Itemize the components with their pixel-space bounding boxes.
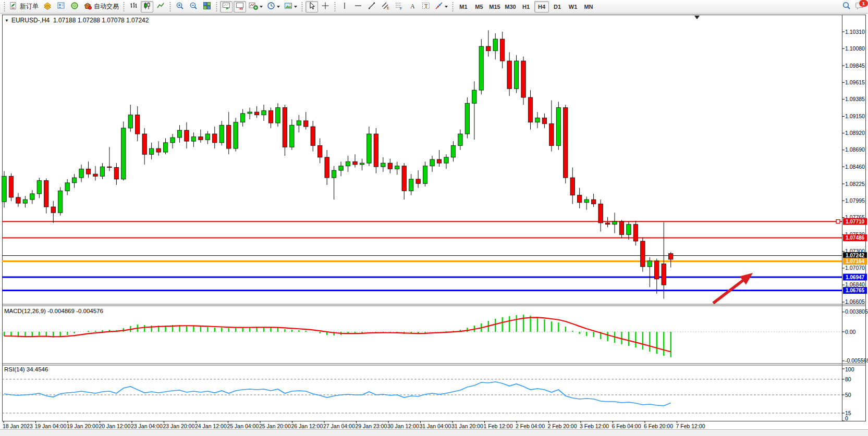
horizontal-line-icon <box>354 2 362 12</box>
zoom-out-button[interactable] <box>187 1 200 13</box>
periods-caret-icon <box>277 6 280 8</box>
crosshair-icon <box>321 2 329 12</box>
time-tick-label: 6 Feb 20:00 <box>644 423 673 429</box>
price-tick-label: 1.07070 <box>845 265 865 271</box>
timeframe-M5[interactable]: M5 <box>472 1 486 13</box>
timeframe-D1[interactable]: D1 <box>550 1 565 13</box>
main-toolbar: 新订单 自动交易 <box>0 0 868 14</box>
toolbar-grip[interactable] <box>451 2 455 11</box>
auto-trading-label: 自动交易 <box>94 2 119 11</box>
rsi-indicator-label: RSI(14) 34.4546 <box>4 366 48 372</box>
navigator-button[interactable] <box>68 1 81 13</box>
price-tick-label: 1.08920 <box>845 130 865 136</box>
price-tag-label: 1.07486 <box>846 235 865 241</box>
zoom-in-button[interactable] <box>174 1 186 13</box>
timeframe-W1[interactable]: W1 <box>566 1 580 13</box>
trendline-button[interactable] <box>365 1 378 13</box>
crosshair-button[interactable] <box>319 1 332 13</box>
time-tick-label: 27 Jan 04:00 <box>323 423 355 429</box>
horizontal-line-button[interactable] <box>352 1 364 13</box>
auto-trading-button[interactable]: 自动交易 <box>82 1 120 13</box>
arrows-tool-button[interactable] <box>433 1 449 13</box>
macd-name: MACD(12,26,9) <box>4 308 46 314</box>
rsi-tick-label: 0 <box>845 415 848 421</box>
data-window-button[interactable] <box>55 1 67 13</box>
price-tick-label: 1.07995 <box>845 197 865 204</box>
price-tag-label: 1.07242 <box>846 253 865 258</box>
arrows-tool-icon <box>435 2 443 12</box>
candlestick-chart-icon <box>143 2 151 12</box>
price-tick-label: 1.08690 <box>845 146 865 153</box>
time-tick-label: 19 Jan 20:00 <box>67 423 99 429</box>
toolbar-grip[interactable] <box>122 2 126 11</box>
tile-windows-button[interactable] <box>201 1 213 13</box>
chart-canvas[interactable]: 1.103101.100801.098451.096151.093851.091… <box>0 0 868 436</box>
timeframe-H1[interactable]: H1 <box>519 1 533 13</box>
time-tick-label: 2 Feb 20:00 <box>548 423 577 429</box>
candlestick-chart-button[interactable] <box>141 1 153 13</box>
search-button[interactable] <box>840 1 852 13</box>
search-icon <box>842 1 851 12</box>
new-chart-button[interactable] <box>247 1 264 13</box>
toolbar-grip[interactable] <box>168 2 172 11</box>
notification-badge[interactable]: 1 <box>859 0 868 7</box>
chart-shift-button[interactable] <box>234 1 246 13</box>
market-watch-button[interactable] <box>41 1 54 13</box>
templates-button[interactable] <box>283 1 299 13</box>
bar-chart-button[interactable] <box>127 1 140 13</box>
cursor-icon <box>308 2 316 12</box>
price-tick-label: 1.09385 <box>845 96 865 102</box>
chart-symbol-text: EURUSD-,H4 <box>11 17 50 24</box>
time-tick-label: 20 Jan 12:00 <box>99 423 131 429</box>
vertical-line-button[interactable] <box>338 1 351 13</box>
tile-windows-icon <box>203 2 211 12</box>
time-tick-label: 25 Jan 20:00 <box>259 423 291 429</box>
time-tick-label: 1 Feb 12:00 <box>484 423 513 429</box>
text-tool-button[interactable]: A <box>406 1 419 13</box>
new-order-label: 新订单 <box>20 2 39 11</box>
time-tick-label: 30 Jan 12:00 <box>387 423 419 429</box>
price-tag-label: 1.06765 <box>846 288 865 293</box>
symbol-collapse-icon[interactable]: ▼ <box>5 18 9 23</box>
price-tick-label: 1.09150 <box>845 113 865 119</box>
data-window-icon <box>57 2 65 12</box>
time-tick-label: 23 Jan 20:00 <box>163 423 195 429</box>
templates-icon <box>284 2 292 12</box>
auto-scroll-button[interactable] <box>220 1 233 13</box>
chart-title: ▼EURUSD-,H4 1.07188 1.07288 1.07078 1.07… <box>5 17 149 24</box>
toolbar-grip[interactable] <box>300 2 304 11</box>
price-tag-label: 1.07164 <box>846 258 865 264</box>
cursor-button[interactable] <box>305 1 318 13</box>
new-order-button[interactable]: 新订单 <box>8 1 40 13</box>
equidistant-channel-icon: E <box>381 2 389 12</box>
toolbar-grip[interactable] <box>333 2 337 11</box>
rsi-tick-label: 80 <box>845 376 851 382</box>
text-tool-icon: A <box>408 2 417 12</box>
timeframe-M1[interactable]: M1 <box>456 1 471 13</box>
svg-text:A: A <box>410 2 415 9</box>
svg-text:E: E <box>387 6 389 10</box>
time-tick-label: 24 Jan 12:00 <box>195 423 227 429</box>
price-tick-label: 1.08225 <box>845 181 865 187</box>
periods-button[interactable] <box>265 1 282 13</box>
price-tag-label: 1.07710 <box>846 219 865 225</box>
toolbar-grip[interactable] <box>3 2 6 11</box>
text-label-button[interactable]: T <box>420 1 432 13</box>
fibonacci-button[interactable]: F <box>393 1 405 13</box>
toolbar-grip[interactable] <box>215 2 218 11</box>
timeframe-MN[interactable]: MN <box>581 1 596 13</box>
time-tick-label: 19 Jan 04:00 <box>35 423 67 429</box>
macd-values: -0.004869 -0.004576 <box>47 308 103 314</box>
time-tick-label: 25 Jan 04:00 <box>227 423 259 429</box>
line-chart-icon <box>156 2 165 12</box>
chart-shift-icon <box>236 2 244 12</box>
timeframe-M15[interactable]: M15 <box>487 1 502 13</box>
vertical-line-icon <box>340 2 349 12</box>
notifications-button[interactable]: 1 <box>853 1 866 13</box>
line-chart-button[interactable] <box>154 1 167 13</box>
equidistant-channel-button[interactable]: E <box>379 1 392 13</box>
rsi-name: RSI(14) <box>4 366 25 372</box>
timeframe-M30[interactable]: M30 <box>503 1 518 13</box>
price-tick-label: 1.09845 <box>845 63 865 69</box>
timeframe-H4[interactable]: H4 <box>534 1 549 13</box>
